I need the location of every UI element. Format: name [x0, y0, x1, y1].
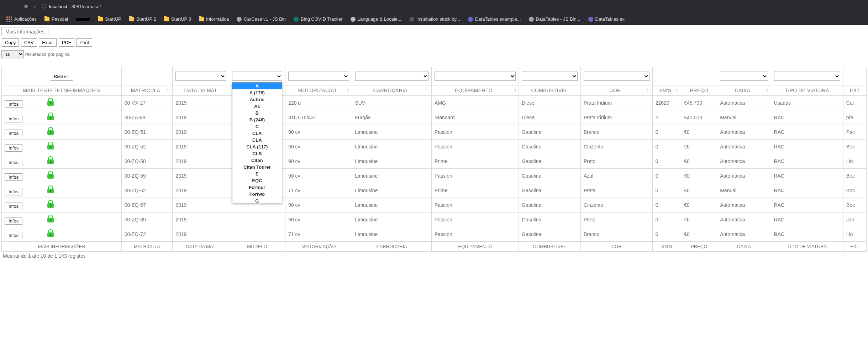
modelo-option[interactable]: Forfour — [232, 184, 282, 191]
infos-button[interactable]: Infos — [5, 232, 22, 239]
folder-icon — [98, 17, 103, 21]
modelo-option[interactable]: CLA — [232, 137, 282, 143]
reload-icon[interactable]: ⟳ — [24, 4, 28, 9]
cell-equipamento: Prime — [431, 154, 519, 169]
filter-equipamento[interactable] — [435, 72, 516, 81]
home-icon[interactable]: ⌂ — [34, 4, 37, 9]
col-header-preco[interactable]: PREÇO — [681, 85, 717, 96]
col-header-carrocaria[interactable]: CARROÇARIA↑↓ — [352, 85, 431, 96]
back-icon[interactable]: ← — [4, 4, 8, 9]
cell-matricula: 00-ZQ-58 — [121, 154, 173, 169]
col-header-caixa[interactable]: CAIXA↑↓ — [717, 85, 771, 96]
cell-preco: €45,700 — [681, 96, 717, 110]
forward-icon[interactable]: → — [14, 4, 19, 9]
bookmark-item[interactable]: Language & Locale... — [348, 15, 404, 23]
col-header-ext[interactable]: EXT — [843, 85, 866, 96]
infos-button[interactable]: Infos — [5, 100, 22, 108]
bookmark-item[interactable]: Aplicações — [4, 15, 40, 23]
filter-modelo[interactable] — [232, 72, 283, 81]
col-header-tipo[interactable]: TIPO DE VIATURA — [771, 85, 843, 96]
cell-motorizacao: 90 cv — [285, 154, 352, 169]
modelo-option[interactable]: A1 — [232, 103, 282, 110]
bookmark-item[interactable] — [73, 15, 93, 23]
modelo-option[interactable]: A — [232, 83, 282, 89]
bookmark-item[interactable]: DataTables ex — [585, 15, 627, 23]
excel-button[interactable]: Excel — [39, 38, 57, 47]
modelo-option[interactable]: B (246) — [232, 116, 282, 123]
col-footer-caixa: CAIXA — [717, 242, 771, 252]
bookmark-item[interactable]: StartUP 3 — [161, 15, 194, 23]
site-icon — [529, 17, 534, 22]
modelo-option[interactable]: EQC — [232, 177, 282, 184]
cell-matricula: 00-ZQ-67 — [121, 198, 173, 213]
infos-button[interactable]: Infos — [5, 217, 22, 225]
bookmark-item[interactable]: DataTables example... — [465, 15, 524, 23]
infos-button[interactable]: Infos — [5, 173, 22, 181]
filter-tipo[interactable] — [774, 72, 840, 81]
bookmark-item[interactable]: StartUP — [95, 15, 124, 23]
modelo-option[interactable]: G — [232, 198, 282, 203]
col-header-cor[interactable]: COR↑↓ — [580, 85, 652, 96]
pdf-button[interactable]: PDF — [59, 38, 74, 47]
infos-button[interactable]: Infos — [5, 115, 22, 122]
modelo-option[interactable]: B — [232, 110, 282, 116]
cell-carrocaria: Limousine — [352, 154, 431, 169]
cell-ext: Boc — [843, 169, 866, 183]
modelo-option[interactable]: Fortwo — [232, 191, 282, 198]
modelo-option[interactable]: CLA (117) — [232, 143, 282, 150]
filter-cor[interactable] — [584, 72, 649, 81]
bookmark-item[interactable]: CarCase v1 - JS Bin — [234, 15, 289, 23]
filter-caixa[interactable] — [720, 72, 768, 81]
infos-button[interactable]: Infos — [5, 130, 22, 137]
cell-kms: 0 — [652, 154, 681, 169]
bookmark-item[interactable]: DataTables - JS Bin... — [526, 15, 583, 23]
col-header-data-mat[interactable]: DATA DA MAT — [173, 85, 229, 96]
reset-button[interactable]: RESET — [50, 72, 73, 81]
cell-equipamento: Passion — [431, 125, 519, 140]
modelo-option[interactable]: CLS — [232, 150, 282, 157]
cell-preco: €0 — [681, 183, 717, 198]
cell-ext: pra — [843, 110, 866, 125]
page-length-select[interactable]: 10 — [1, 50, 24, 58]
csv-button[interactable]: CSV — [21, 38, 37, 47]
col-header-info[interactable]: MAIS TESTETETNFORMAÇÕES — [2, 85, 122, 96]
page-length-label: resultados por página — [25, 52, 70, 57]
col-header-matricula[interactable]: MATRICULA↑↓ — [121, 85, 173, 96]
lock-icon — [47, 156, 54, 164]
modelo-option[interactable]: Citan Tourer — [232, 164, 282, 170]
infos-button[interactable]: Infos — [5, 144, 22, 152]
site-icon — [351, 17, 356, 22]
address-bar[interactable]: ⓘ localhost :8081/carbase/ — [42, 3, 864, 10]
print-button[interactable]: Print — [76, 38, 92, 47]
col-header-combustivel[interactable]: COMBUSTIVEL — [519, 85, 580, 96]
filter-combustivel[interactable] — [522, 72, 578, 81]
filter-data-mat[interactable] — [175, 72, 226, 81]
cell-carrocaria: Limousine — [352, 140, 431, 154]
table-row: Infos00-VX-272019220 dSUVAMGDieselPrata … — [2, 96, 867, 110]
info-icon[interactable]: ⓘ — [42, 3, 46, 10]
modelo-option[interactable]: A (176) — [232, 89, 282, 96]
infos-button[interactable]: Infos — [5, 159, 22, 166]
modelo-option[interactable]: Actros — [232, 96, 282, 103]
cell-combustivel: Gasolina — [519, 169, 580, 183]
infos-button[interactable]: Infos — [5, 188, 22, 195]
col-header-kms[interactable]: KM'S↑↓ — [652, 85, 681, 96]
modelo-option[interactable]: C — [232, 123, 282, 130]
cell-tipo: RAC — [771, 154, 843, 169]
bookmark-item[interactable]: Pessoal — [42, 15, 71, 23]
bookmark-item[interactable]: Bing COVID Tracker — [291, 15, 346, 23]
filter-carrocaria[interactable] — [355, 72, 428, 81]
col-header-motorizacao[interactable]: MOTORIZAÇÃO↑↓ — [285, 85, 352, 96]
copy-button[interactable]: Copy — [2, 38, 19, 47]
col-header-equipamento[interactable]: EQUIPAMENTO↑↓ — [431, 85, 519, 96]
modelo-option[interactable]: CLA — [232, 130, 282, 137]
cell-data-mat: 2019 — [173, 125, 229, 140]
infos-button[interactable]: Infos — [5, 203, 22, 210]
filter-motorizacao[interactable] — [288, 72, 349, 81]
bookmark-item[interactable]: Informática — [196, 15, 232, 23]
bookmark-item[interactable]: Installation stuck by... — [406, 15, 463, 23]
filter-modelo-dropdown[interactable]: AA (176)ActrosA1BB (246)CCLACLACLA (117)… — [232, 82, 283, 203]
modelo-option[interactable]: E — [232, 170, 282, 177]
modelo-option[interactable]: Citan — [232, 157, 282, 164]
bookmark-item[interactable]: StartUP 2 — [126, 15, 159, 23]
